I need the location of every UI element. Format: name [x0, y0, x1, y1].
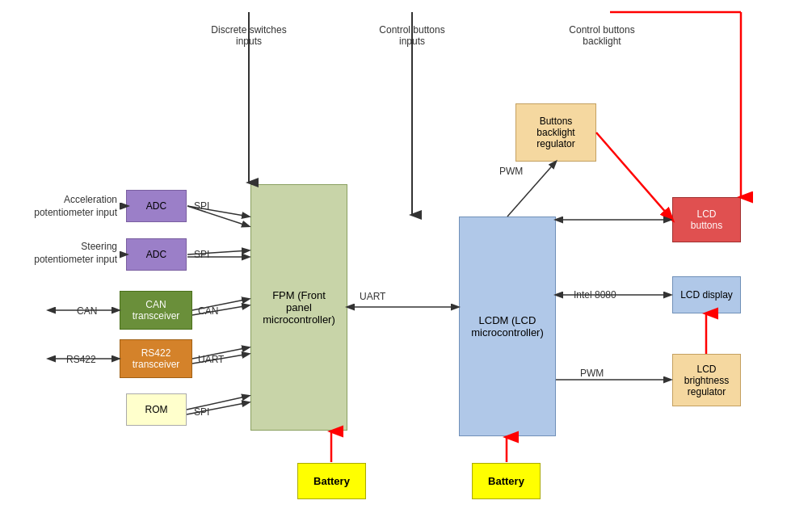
adc2-label: ADC — [146, 249, 166, 260]
spi3-label: SPI — [194, 406, 209, 418]
battery2-label: Battery — [488, 475, 524, 487]
spi2-label: SPI — [194, 249, 209, 260]
buttons-backlight-label: Buttonsbacklightregulator — [536, 116, 574, 149]
lcd-buttons-label: LCDbuttons — [691, 208, 722, 231]
fpm-label: FPM (Frontpanelmicrocontroller) — [263, 289, 335, 326]
lcd-display-label: LCD display — [680, 289, 733, 301]
adc1-label: ADC — [146, 200, 166, 212]
lcd-display-box: LCD display — [672, 276, 741, 313]
can-left-label: CAN — [77, 305, 97, 317]
arrows-overlay — [0, 0, 812, 513]
lcd-brightness-box: LCDbrightnessregulator — [672, 354, 741, 406]
label-control-buttons-backlight: Control buttonsbacklight — [549, 24, 654, 47]
rs422-left-label: RS422 — [66, 354, 96, 365]
buttons-backlight-box: Buttonsbacklightregulator — [515, 103, 596, 162]
fpm-box: FPM (Frontpanelmicrocontroller) — [250, 184, 347, 431]
svg-line-4 — [596, 132, 672, 220]
battery1-label: Battery — [313, 475, 350, 487]
rs422-box: RS422transceiver — [120, 339, 192, 378]
can-label: CANtransceiver — [133, 299, 180, 322]
adc2-box: ADC — [126, 238, 187, 271]
pwm2-label: PWM — [580, 368, 604, 379]
can-arrow-label: CAN — [198, 305, 218, 317]
diagram: Discrete switchesinputs Control buttonsi… — [0, 0, 812, 513]
label-control-buttons-inputs: Control buttonsinputs — [364, 24, 461, 47]
pwm1-label: PWM — [499, 166, 523, 177]
battery2-box: Battery — [472, 463, 541, 499]
label-accel-pot: Accelerationpotentiometer input — [8, 194, 117, 219]
intel8080-label: Intel 8080 — [574, 289, 616, 301]
label-steering-pot: Steeringpotentiometer input — [8, 241, 117, 266]
lcd-buttons-box: LCDbuttons — [672, 197, 741, 242]
uart-main-label: UART — [360, 291, 385, 302]
label-discrete-switches: Discrete switchesinputs — [200, 24, 297, 47]
battery1-box: Battery — [297, 463, 366, 499]
rom-label: ROM — [145, 404, 168, 415]
uart-rs422-label: UART — [198, 354, 224, 365]
can-box: CANtransceiver — [120, 291, 192, 330]
spi1-label: SPI — [194, 200, 209, 212]
adc1-box: ADC — [126, 190, 187, 222]
lcd-brightness-label: LCDbrightnessregulator — [684, 364, 729, 397]
rom-box: ROM — [126, 393, 187, 426]
lcdm-label: LCDM (LCDmicrocontroller) — [471, 314, 544, 338]
rs422-label: RS422transceiver — [133, 347, 180, 370]
lcdm-box: LCDM (LCDmicrocontroller) — [459, 217, 556, 436]
